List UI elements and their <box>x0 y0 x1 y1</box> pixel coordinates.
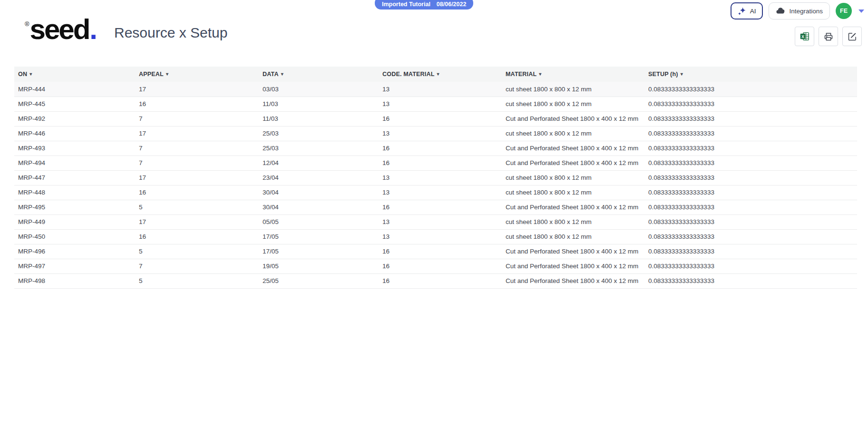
table-row[interactable]: MRP-4441703/0313cut sheet 1800 x 800 x 1… <box>14 82 857 97</box>
cell-material: cut sheet 1800 x 800 x 12 mm <box>502 82 644 97</box>
ai-button[interactable]: AI <box>731 2 763 19</box>
column-header-on[interactable]: ON▾ <box>14 67 135 82</box>
sort-caret-icon: ▾ <box>437 71 439 77</box>
edit-button[interactable] <box>842 27 862 46</box>
column-header-label: SETUP (h) <box>648 71 678 78</box>
table-row[interactable]: MRP-4491705/0513cut sheet 1800 x 800 x 1… <box>14 214 857 229</box>
column-header-setup-h[interactable]: SETUP (h)▾ <box>644 67 857 82</box>
table-row[interactable]: MRP-4471723/0413cut sheet 1800 x 800 x 1… <box>14 170 857 185</box>
column-header-label: MATERIAL <box>506 71 536 78</box>
column-header-label: APPEAL <box>139 71 164 78</box>
column-header-appeal[interactable]: APPEAL▾ <box>135 67 259 82</box>
cell-material: Cut and Perforated Sheet 1800 x 400 x 12… <box>502 141 644 156</box>
integrations-button[interactable]: Integrations <box>769 2 830 19</box>
cell-material: Cut and Perforated Sheet 1800 x 400 x 12… <box>502 156 644 170</box>
table-row[interactable]: MRP-4501617/0513cut sheet 1800 x 800 x 1… <box>14 229 857 244</box>
excel-export-button[interactable]: X <box>795 27 814 46</box>
integrations-button-label: Integrations <box>789 8 823 15</box>
cell-appeal: 17 <box>135 170 259 185</box>
column-header-data[interactable]: DATA▾ <box>259 67 379 82</box>
cell-appeal: 5 <box>135 200 259 214</box>
cell-appeal: 16 <box>135 229 259 244</box>
cell-appeal: 5 <box>135 273 259 288</box>
logo-dot: . <box>89 14 98 44</box>
registered-mark: ® <box>25 20 29 28</box>
cell-setup-h: 0.08333333333333333 <box>644 200 857 214</box>
cell-appeal: 17 <box>135 82 259 97</box>
cell-setup-h: 0.08333333333333333 <box>644 170 857 185</box>
cell-material: cut sheet 1800 x 800 x 12 mm <box>502 229 644 244</box>
table-row[interactable]: MRP-4451611/0313cut sheet 1800 x 800 x 1… <box>14 97 857 111</box>
cell-on: MRP-496 <box>14 244 135 259</box>
sort-caret-icon: ▾ <box>681 71 683 77</box>
cell-material: cut sheet 1800 x 800 x 12 mm <box>502 126 644 141</box>
cell-code-material: 16 <box>379 200 502 214</box>
table-row[interactable]: MRP-492711/0316Cut and Perforated Sheet … <box>14 111 857 126</box>
cell-setup-h: 0.08333333333333333 <box>644 156 857 170</box>
cell-code-material: 13 <box>379 229 502 244</box>
avatar[interactable]: FE <box>836 3 852 19</box>
table-row[interactable]: MRP-4481630/0413cut sheet 1800 x 800 x 1… <box>14 185 857 200</box>
column-header-label: ON <box>18 71 27 78</box>
cell-code-material: 16 <box>379 156 502 170</box>
table-row[interactable]: MRP-496517/0516Cut and Perforated Sheet … <box>14 244 857 259</box>
cell-on: MRP-447 <box>14 170 135 185</box>
cell-code-material: 13 <box>379 97 502 111</box>
cell-setup-h: 0.08333333333333333 <box>644 111 857 126</box>
cell-data: 25/03 <box>259 141 379 156</box>
table-row[interactable]: MRP-4461725/0313cut sheet 1800 x 800 x 1… <box>14 126 857 141</box>
cell-data: 03/03 <box>259 82 379 97</box>
cell-setup-h: 0.08333333333333333 <box>644 126 857 141</box>
cell-code-material: 16 <box>379 259 502 273</box>
sort-caret-icon: ▾ <box>166 71 168 77</box>
cell-data: 30/04 <box>259 185 379 200</box>
page-title: Resource x Setup <box>114 25 227 41</box>
badge-date: 08/06/2022 <box>437 1 467 8</box>
column-header-code-material[interactable]: CODE. MATERIAL▾ <box>379 67 502 82</box>
cell-setup-h: 0.08333333333333333 <box>644 185 857 200</box>
cell-setup-h: 0.08333333333333333 <box>644 214 857 229</box>
seed-logo[interactable]: ® seed . <box>25 14 98 44</box>
cell-material: Cut and Perforated Sheet 1800 x 400 x 12… <box>502 200 644 214</box>
cell-on: MRP-498 <box>14 273 135 288</box>
cell-data: 30/04 <box>259 200 379 214</box>
cell-material: cut sheet 1800 x 800 x 12 mm <box>502 185 644 200</box>
cell-appeal: 17 <box>135 126 259 141</box>
badge-label: Imported Tutorial <box>382 1 430 8</box>
cell-code-material: 13 <box>379 126 502 141</box>
cell-on: MRP-492 <box>14 111 135 126</box>
cell-data: 11/03 <box>259 97 379 111</box>
cell-code-material: 13 <box>379 185 502 200</box>
chevron-down-icon[interactable] <box>858 10 864 13</box>
cell-code-material: 16 <box>379 244 502 259</box>
table-row[interactable]: MRP-493725/0316Cut and Perforated Sheet … <box>14 141 857 156</box>
cell-setup-h: 0.08333333333333333 <box>644 244 857 259</box>
cell-appeal: 16 <box>135 185 259 200</box>
logo-text: seed <box>30 14 89 44</box>
cell-on: MRP-448 <box>14 185 135 200</box>
cell-code-material: 16 <box>379 111 502 126</box>
topbar: AI Integrations FE <box>731 2 864 19</box>
table-row[interactable]: MRP-498525/0516Cut and Perforated Sheet … <box>14 273 857 288</box>
print-button[interactable] <box>819 27 838 46</box>
cell-setup-h: 0.08333333333333333 <box>644 259 857 273</box>
cell-material: cut sheet 1800 x 800 x 12 mm <box>502 97 644 111</box>
table-row[interactable]: MRP-497719/0516Cut and Perforated Sheet … <box>14 259 857 273</box>
table-row[interactable]: MRP-495530/0416Cut and Perforated Sheet … <box>14 200 857 214</box>
cell-material: Cut and Perforated Sheet 1800 x 400 x 12… <box>502 244 644 259</box>
cell-material: Cut and Perforated Sheet 1800 x 400 x 12… <box>502 259 644 273</box>
cell-appeal: 7 <box>135 156 259 170</box>
cell-setup-h: 0.08333333333333333 <box>644 273 857 288</box>
table-row[interactable]: MRP-494712/0416Cut and Perforated Sheet … <box>14 156 857 170</box>
column-header-material[interactable]: MATERIAL▾ <box>502 67 644 82</box>
cell-material: cut sheet 1800 x 800 x 12 mm <box>502 214 644 229</box>
cell-code-material: 13 <box>379 82 502 97</box>
cell-appeal: 7 <box>135 141 259 156</box>
cell-on: MRP-444 <box>14 82 135 97</box>
cell-data: 25/03 <box>259 126 379 141</box>
cell-material: Cut and Perforated Sheet 1800 x 400 x 12… <box>502 273 644 288</box>
cell-data: 05/05 <box>259 214 379 229</box>
cell-setup-h: 0.08333333333333333 <box>644 229 857 244</box>
sort-caret-icon: ▾ <box>281 71 283 77</box>
excel-icon: X <box>800 31 809 41</box>
